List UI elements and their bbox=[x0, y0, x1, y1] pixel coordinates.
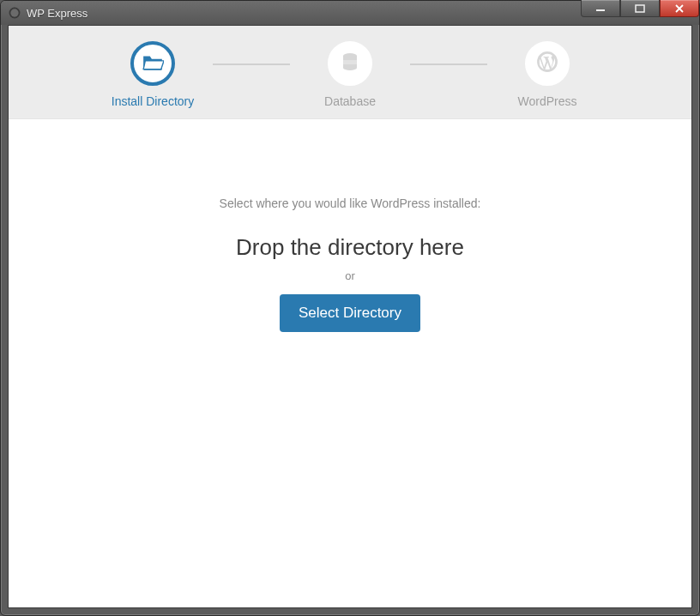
step-circle bbox=[328, 41, 372, 86]
step-connector bbox=[410, 63, 487, 65]
svg-rect-2 bbox=[596, 9, 605, 11]
maximize-button[interactable] bbox=[620, 0, 660, 17]
minimize-button[interactable] bbox=[581, 0, 620, 17]
step-label: WordPress bbox=[518, 94, 577, 108]
app-icon bbox=[8, 6, 21, 20]
select-directory-button[interactable]: Select Directory bbox=[280, 294, 420, 332]
step-install-directory[interactable]: Install Directory bbox=[93, 41, 213, 108]
or-separator: or bbox=[9, 269, 691, 282]
step-label: Database bbox=[324, 94, 376, 108]
svg-point-1 bbox=[10, 9, 18, 16]
window-title: WP Express bbox=[27, 7, 88, 20]
wordpress-icon bbox=[536, 51, 558, 76]
step-circle bbox=[130, 41, 175, 86]
database-icon bbox=[340, 51, 360, 75]
main-content: Select where you would like WordPress in… bbox=[9, 119, 691, 332]
step-circle bbox=[525, 41, 570, 86]
svg-rect-3 bbox=[636, 5, 644, 12]
titlebar[interactable]: WP Express bbox=[1, 1, 699, 25]
close-button[interactable] bbox=[660, 0, 699, 17]
step-database[interactable]: Database bbox=[290, 41, 410, 108]
window-frame: WP Express bbox=[0, 0, 700, 616]
drop-directory-heading: Drop the directory here bbox=[9, 234, 691, 261]
step-label: Install Directory bbox=[112, 94, 194, 108]
close-icon bbox=[674, 4, 685, 13]
install-prompt: Select where you would like WordPress in… bbox=[9, 196, 691, 210]
client-area: Install Directory bbox=[8, 25, 692, 608]
step-connector bbox=[213, 63, 290, 65]
maximize-icon bbox=[635, 4, 645, 13]
wizard-steps: Install Directory bbox=[9, 26, 691, 119]
step-wordpress[interactable]: WordPress bbox=[487, 41, 607, 108]
window-controls bbox=[581, 1, 699, 17]
folder-open-icon bbox=[142, 52, 164, 75]
minimize-icon bbox=[595, 4, 606, 13]
